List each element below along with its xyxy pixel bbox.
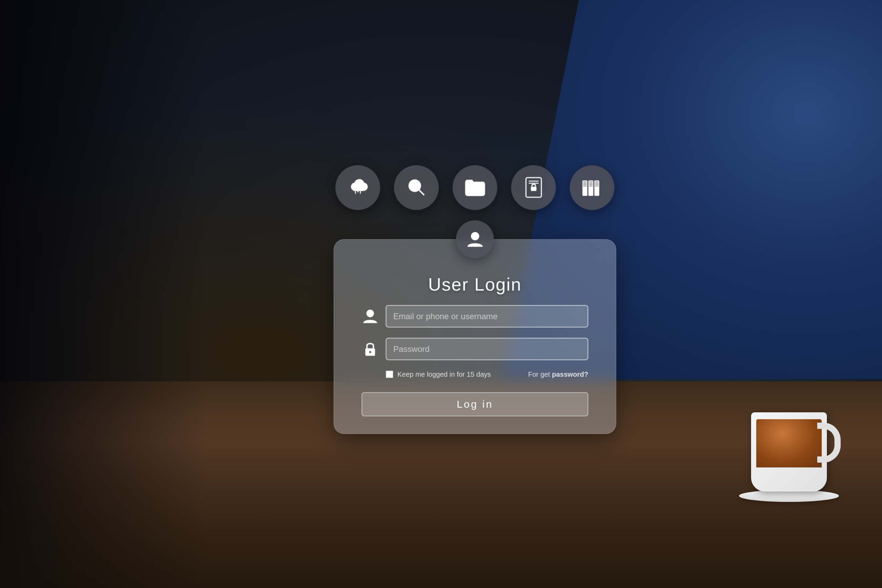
login-ui-container: User Login Keep me logged in for 15 days bbox=[333, 165, 616, 434]
coffee-liquid bbox=[756, 419, 822, 468]
password-field-row bbox=[362, 338, 588, 360]
forgot-password-bold: password? bbox=[552, 370, 588, 378]
user-avatar-icon-circle bbox=[456, 220, 494, 258]
login-box: User Login Keep me logged in for 15 days bbox=[333, 239, 616, 434]
books-icon-circle bbox=[570, 165, 614, 210]
document-lock-icon-circle bbox=[511, 165, 556, 210]
svg-point-27 bbox=[369, 351, 371, 353]
svg-rect-9 bbox=[582, 180, 587, 196]
forgot-password-prefix: For get bbox=[528, 370, 552, 378]
password-input[interactable] bbox=[386, 338, 588, 360]
search-icon-circle bbox=[394, 165, 439, 210]
login-title: User Login bbox=[428, 274, 522, 294]
username-input[interactable] bbox=[386, 305, 588, 327]
folder-icon bbox=[464, 176, 486, 199]
coffee-cup bbox=[751, 412, 827, 492]
forgot-password-link[interactable]: For get password? bbox=[528, 370, 588, 378]
options-row: Keep me logged in for 15 days For get pa… bbox=[362, 370, 588, 378]
coffee-saucer bbox=[739, 490, 839, 502]
svg-line-4 bbox=[418, 189, 424, 195]
svg-point-24 bbox=[471, 232, 479, 240]
search-icon bbox=[405, 176, 428, 199]
svg-rect-14 bbox=[588, 180, 593, 196]
coffee-area bbox=[723, 347, 854, 519]
document-lock-icon bbox=[522, 176, 545, 199]
lock-field-icon bbox=[362, 340, 379, 357]
cloud-upload-icon-circle bbox=[335, 165, 380, 210]
remember-me-label[interactable]: Keep me logged in for 15 days bbox=[386, 370, 490, 378]
feature-icons-row bbox=[335, 165, 614, 210]
folder-icon-circle bbox=[452, 165, 497, 210]
svg-rect-6 bbox=[531, 187, 536, 191]
remember-me-checkbox[interactable] bbox=[386, 370, 393, 378]
username-field-row bbox=[362, 305, 588, 327]
user-field-icon bbox=[362, 308, 379, 325]
books-icon bbox=[581, 176, 603, 199]
user-avatar-icon bbox=[465, 230, 484, 249]
cloud-upload-icon bbox=[346, 176, 369, 199]
login-button[interactable]: Log in bbox=[362, 392, 588, 416]
remember-me-text: Keep me logged in for 15 days bbox=[397, 370, 490, 378]
svg-point-25 bbox=[366, 310, 374, 317]
svg-rect-19 bbox=[594, 180, 599, 196]
